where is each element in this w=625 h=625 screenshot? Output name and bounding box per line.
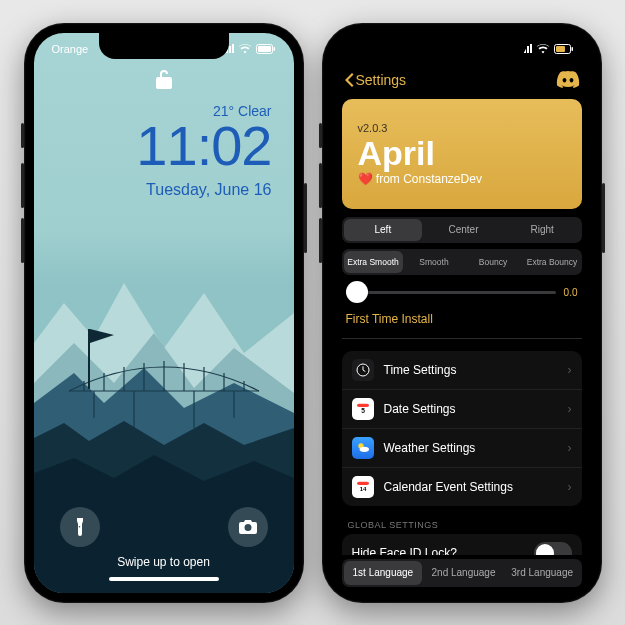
calendar5-icon: 5 <box>352 398 374 420</box>
svg-rect-24 <box>556 46 565 52</box>
weather-icon <box>352 437 374 459</box>
wifi-icon <box>536 44 550 54</box>
chevron-right-icon: › <box>568 363 572 377</box>
mute-switch[interactable] <box>319 123 322 148</box>
clock-icon <box>352 359 374 381</box>
face-id-toggle-row: Hide Face ID Lock? <box>342 534 582 555</box>
volume-up[interactable] <box>21 163 24 208</box>
notch <box>397 33 527 59</box>
camera-button[interactable] <box>228 507 268 547</box>
lang-tabs-option[interactable]: 2nd Language <box>424 559 503 587</box>
chevron-right-icon: › <box>568 402 572 416</box>
phone-settings: 22:59 Settings v2.0.3 April ❤️ from Cons… <box>322 23 602 603</box>
svg-text:5: 5 <box>361 407 365 414</box>
battery-icon <box>256 44 276 54</box>
animation-slider-row: 0.0 <box>342 281 582 308</box>
home-indicator[interactable] <box>109 577 219 581</box>
chevron-right-icon: › <box>568 480 572 494</box>
date-label: Tuesday, June 16 <box>146 181 271 199</box>
mute-switch[interactable] <box>21 123 24 148</box>
slider-value: 0.0 <box>564 287 578 298</box>
alignment-segment[interactable]: LeftCenterRight <box>342 217 582 243</box>
flashlight-button[interactable] <box>60 507 100 547</box>
svg-rect-33 <box>357 481 369 484</box>
lang-tabs-option[interactable]: 1st Language <box>344 561 423 585</box>
back-label: Settings <box>356 72 407 88</box>
svg-text:14: 14 <box>359 486 366 492</box>
back-button[interactable]: Settings <box>344 72 407 88</box>
row-label: Calendar Event Settings <box>384 480 558 494</box>
seg-anim-option[interactable]: Extra Bouncy <box>523 249 582 275</box>
battery-icon <box>554 44 574 54</box>
seg-align-option[interactable]: Center <box>424 217 503 243</box>
settings-row[interactable]: 14Calendar Event Settings› <box>342 468 582 506</box>
calendar14-icon: 14 <box>352 476 374 498</box>
settings-row[interactable]: Time Settings› <box>342 351 582 390</box>
svg-rect-22 <box>273 47 275 51</box>
language-tabs[interactable]: 1st Language2nd Language3rd Language <box>342 559 582 587</box>
animation-slider[interactable] <box>346 291 556 294</box>
first-install-link[interactable]: First Time Install <box>342 308 582 339</box>
notch <box>99 33 229 59</box>
svg-marker-17 <box>90 329 114 343</box>
seg-anim-option[interactable]: Smooth <box>405 249 464 275</box>
app-subtitle: ❤️ from ConstanzeDev <box>358 172 566 186</box>
volume-down[interactable] <box>319 218 322 263</box>
svg-rect-16 <box>88 329 90 389</box>
unlock-icon <box>156 69 172 93</box>
slider-thumb[interactable] <box>346 281 368 303</box>
seg-align-option[interactable]: Left <box>344 219 423 241</box>
seg-align-option[interactable]: Right <box>503 217 582 243</box>
seg-anim-option[interactable]: Bouncy <box>464 249 523 275</box>
volume-down[interactable] <box>21 218 24 263</box>
animation-segment[interactable]: Extra SmoothSmoothBouncyExtra Bouncy <box>342 249 582 275</box>
face-id-switch[interactable] <box>534 542 572 555</box>
swipe-hint: Swipe up to open <box>117 555 210 569</box>
clock-time: 11:02 <box>136 113 271 178</box>
app-title: April <box>358 136 566 170</box>
lockscreen[interactable]: Orange 21° Clear 11:02 Tuesday, June 16 <box>34 33 294 593</box>
carrier-label: Orange <box>52 43 89 55</box>
power-button[interactable] <box>602 183 605 253</box>
wifi-icon <box>238 44 252 54</box>
lang-tabs-option[interactable]: 3rd Language <box>503 559 582 587</box>
settings-row[interactable]: Weather Settings› <box>342 429 582 468</box>
nav-bar: Settings <box>332 65 592 95</box>
phone-lockscreen: Orange 21° Clear 11:02 Tuesday, June 16 <box>24 23 304 603</box>
row-label: Weather Settings <box>384 441 558 455</box>
settings-list: Time Settings›5Date Settings›Weather Set… <box>342 351 582 506</box>
row-label: Time Settings <box>384 363 558 377</box>
settings-content: LeftCenterRight Extra SmoothSmoothBouncy… <box>332 217 592 555</box>
svg-rect-21 <box>258 46 271 52</box>
row-label: Date Settings <box>384 402 558 416</box>
settings-row[interactable]: 5Date Settings› <box>342 390 582 429</box>
seg-anim-option[interactable]: Extra Smooth <box>344 251 403 273</box>
discord-icon[interactable] <box>556 68 580 92</box>
global-settings-header: GLOBAL SETTINGS <box>342 506 582 534</box>
hero-banner: v2.0.3 April ❤️ from ConstanzeDev <box>342 99 582 209</box>
svg-point-31 <box>359 446 368 451</box>
chevron-left-icon <box>344 73 354 87</box>
chevron-right-icon: › <box>568 441 572 455</box>
svg-rect-25 <box>571 47 573 51</box>
power-button[interactable] <box>304 183 307 253</box>
volume-up[interactable] <box>319 163 322 208</box>
version-label: v2.0.3 <box>358 122 566 134</box>
settings-screen: 22:59 Settings v2.0.3 April ❤️ from Cons… <box>332 33 592 593</box>
face-id-label: Hide Face ID Lock? <box>352 546 457 555</box>
